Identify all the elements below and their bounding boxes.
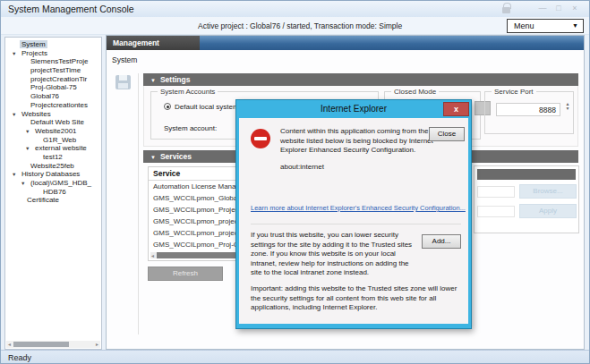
tree-item-label: projectTestTime xyxy=(29,66,82,74)
service-port-input[interactable]: 8888 xyxy=(496,103,560,116)
services-right-pane: Browse... Apply xyxy=(474,165,579,233)
collapse-arrow-icon: ▼ xyxy=(150,78,156,83)
tree-item[interactable]: ▼History Databases xyxy=(5,170,99,179)
scrollbar-thumb[interactable] xyxy=(13,342,69,347)
refresh-button[interactable]: Refresh xyxy=(148,267,223,281)
tree-item[interactable]: Default Web Site xyxy=(5,118,99,127)
default-account-radio[interactable]: Default local system a xyxy=(164,103,244,111)
collapse-arrow-icon: ▼ xyxy=(150,155,156,160)
save-icon[interactable] xyxy=(115,75,131,89)
window-title: System Management Console xyxy=(8,4,134,14)
tree-item[interactable]: ▼Websites xyxy=(5,110,99,119)
tree-item[interactable]: ▼Projects xyxy=(5,49,99,58)
tree-item[interactable]: SiemensTestProje xyxy=(5,57,99,66)
services-header-label: Services xyxy=(160,152,192,161)
tree-item-label: external website xyxy=(33,144,89,152)
page-title: System xyxy=(112,55,137,64)
tree-item-label: History Databases xyxy=(20,170,81,178)
closed-mode-legend: Closed Mode xyxy=(391,88,439,96)
dialog-title: Internet Explorer xyxy=(236,100,471,117)
tree-item[interactable]: ▼Website2001 xyxy=(5,127,99,136)
status-text: Ready xyxy=(8,353,31,362)
dialog-body: Content within this application coming f… xyxy=(239,118,468,324)
tree-item[interactable]: System xyxy=(5,40,99,49)
apply-button[interactable]: Apply xyxy=(519,204,577,218)
tree-item-label: projectCreationTir xyxy=(29,75,89,83)
tree-item-label: Proj-Global-75 xyxy=(29,83,79,91)
minimize-icon[interactable]: — xyxy=(536,3,549,14)
tree-item[interactable]: projectCreationTir xyxy=(5,75,99,84)
tree-item-label: (local)\GMS_HDB_ xyxy=(29,179,93,187)
right-pane-field-1[interactable] xyxy=(477,186,515,198)
tree-item-label: G1R_Web xyxy=(41,136,78,144)
chevron-down-icon: ▼ xyxy=(572,22,578,29)
internet-explorer-dialog: Internet Explorer x Content within this … xyxy=(235,99,472,329)
tree-item-label: Global76 xyxy=(29,92,61,100)
title-bar: System Management Console — □ × xyxy=(1,1,589,17)
settings-section-header[interactable]: ▼Settings xyxy=(143,73,578,86)
service-port-legend: Service Port xyxy=(492,88,536,96)
scroll-left-icon[interactable]: ◄ xyxy=(150,253,155,258)
tree-item[interactable]: Projectcreationtes xyxy=(5,101,99,110)
active-project-status: Active project : Global76 / started, Tra… xyxy=(198,21,402,30)
tree-item-label: Projectcreationtes xyxy=(29,101,90,109)
service-port-group: Service Port 8888 ▲▼ xyxy=(484,91,574,134)
trust-paragraph: If you trust this website, you can lower… xyxy=(251,231,415,278)
dialog-close-icon[interactable]: x xyxy=(443,102,469,116)
tree-item-label: Website25feb xyxy=(29,162,76,170)
tree-item[interactable]: G1R_Web xyxy=(5,136,99,145)
default-account-radio-label: Default local system a xyxy=(175,103,244,111)
system-accounts-legend: System Accounts xyxy=(158,88,218,96)
tree-item-label: Website2001 xyxy=(33,127,79,135)
tab-strip: Management xyxy=(107,36,584,50)
spinner-arrows-icon[interactable]: ▲▼ xyxy=(564,102,571,110)
tree-item[interactable]: Proj-Global-75 xyxy=(5,83,99,92)
tree-item-label: SiemensTestProje xyxy=(29,57,90,65)
menu-dropdown-label: Menu xyxy=(514,21,534,30)
tree-item[interactable]: ▼external website xyxy=(5,144,99,153)
tree-item-label: Default Web Site xyxy=(29,118,86,126)
dialog-message: Content within this application coming f… xyxy=(280,127,434,156)
tree-item[interactable]: HDB76 xyxy=(5,188,99,197)
maximize-icon[interactable]: □ xyxy=(552,3,565,14)
close-icon[interactable]: × xyxy=(569,3,581,14)
navigation-sidebar: System▼ProjectsSiemensTestProjeprojectTe… xyxy=(4,37,102,350)
blocked-icon xyxy=(251,129,270,148)
tree-item-label: HDB76 xyxy=(41,188,68,196)
blocked-site-text: about:internet xyxy=(280,163,324,171)
sidebar-horizontal-scrollbar[interactable]: ◄ ► xyxy=(6,341,100,348)
right-pane-field-2[interactable] xyxy=(477,206,515,217)
settings-header-label: Settings xyxy=(160,75,191,84)
menu-dropdown[interactable]: Menu ▼ xyxy=(507,19,584,33)
tree-item-label: Projects xyxy=(20,49,49,57)
scroll-left-icon[interactable]: ◄ xyxy=(7,342,12,347)
tree-item-label: Certificate xyxy=(25,196,61,204)
tree-item-label: test12 xyxy=(41,153,64,161)
tree-item[interactable]: Certificate xyxy=(5,196,99,205)
system-account-label: System account: xyxy=(164,124,217,132)
browse-button[interactable]: Browse... xyxy=(519,184,577,199)
tree-item-label: System xyxy=(20,40,47,48)
tree-item[interactable]: ▼(local)\GMS_HDB_ xyxy=(5,179,99,188)
right-pane-header-bar xyxy=(477,169,576,180)
tree-item[interactable]: Global76 xyxy=(5,92,99,101)
status-bar: Ready xyxy=(1,350,589,364)
sidebar-tree: System▼ProjectsSiemensTestProjeprojectTe… xyxy=(5,40,99,338)
close-button[interactable]: Close xyxy=(429,127,465,141)
important-paragraph: Important: adding this website to the Tr… xyxy=(251,284,464,313)
tree-item-label: Websites xyxy=(20,110,53,118)
radio-selected-icon[interactable] xyxy=(164,103,171,110)
lock-icon xyxy=(502,7,510,13)
system-management-console-window: System Management Console — □ × Active p… xyxy=(0,0,590,364)
header-strip: Active project : Global76 / started, Tra… xyxy=(1,17,589,35)
tree-item[interactable]: projectTestTime xyxy=(5,66,99,75)
learn-more-link[interactable]: Learn more about Internet Explorer's Enh… xyxy=(251,204,466,212)
vertical-divider xyxy=(138,73,139,334)
tree-item[interactable]: Website25feb xyxy=(5,162,99,171)
add-button[interactable]: Add... xyxy=(422,234,461,249)
scroll-right-icon[interactable]: ► xyxy=(95,342,99,347)
tree-item[interactable]: test12 xyxy=(5,153,99,162)
tab-management[interactable]: Management xyxy=(107,36,200,50)
dialog-separator xyxy=(251,224,461,224)
